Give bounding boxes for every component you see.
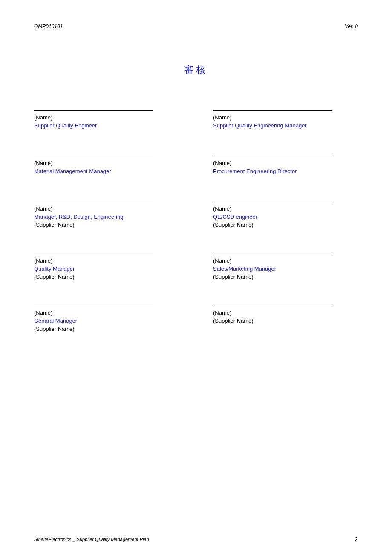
signature-block-rd-manager: (Name) Manager, R&D, Design, Engineering… (34, 202, 196, 254)
sig-role-pe-director: Procurement Engineering Director (213, 168, 358, 174)
signature-line (213, 202, 332, 202)
sig-supplier-rd-manager: (Supplier Name) (34, 222, 183, 228)
signature-block-sqe-manager: (Name) Supplier Quality Engineering Mana… (196, 110, 358, 156)
signature-line (213, 156, 332, 156)
signature-block-general-mgr: (Name) Genaral Manager (Supplier Name) (34, 306, 196, 358)
signature-block-empty: (Name) (Supplier Name) (196, 306, 358, 358)
signature-block-quality-mgr: (Name) Quality Manager (Supplier Name) (34, 254, 196, 306)
doc-id: QMP010101 (34, 23, 63, 29)
sig-supplier-qe-csd: (Supplier Name) (213, 222, 358, 228)
signature-block-sq-engineer: (Name) Supplier Quality Engineer (34, 110, 196, 156)
page-footer: SinaiteElectronics _ Supplier Quality Ma… (34, 536, 358, 542)
signature-block-qe-csd: (Name) QE/CSD engineer (Supplier Name) (196, 202, 358, 254)
name-label: (Name) (34, 257, 183, 264)
page-title: 審核 (34, 64, 358, 76)
signature-block-material-mgr: (Name) Material Management Manager (34, 156, 196, 202)
signature-line (34, 156, 153, 156)
sig-supplier-quality-mgr: (Supplier Name) (34, 274, 183, 280)
name-label: (Name) (213, 205, 358, 212)
signature-block-pe-director: (Name) Procurement Engineering Director (196, 156, 358, 202)
sig-supplier-general-mgr: (Supplier Name) (34, 326, 183, 332)
signature-line (34, 202, 153, 202)
name-label: (Name) (34, 160, 183, 166)
version: Ver. 0 (345, 23, 358, 29)
sig-supplier-empty: (Supplier Name) (213, 318, 358, 324)
sig-supplier-sales-mgr: (Supplier Name) (213, 274, 358, 280)
name-label: (Name) (213, 309, 358, 316)
signature-line (34, 306, 153, 306)
name-label: (Name) (34, 309, 183, 316)
name-label: (Name) (213, 160, 358, 166)
name-label: (Name) (213, 114, 358, 121)
signature-block-sales-mgr: (Name) Sales/Marketing Manager (Supplier… (196, 254, 358, 306)
sig-role-sales-mgr: Sales/Marketing Manager (213, 266, 358, 272)
signature-line (213, 110, 332, 111)
sig-role-sqe-manager: Supplier Quality Engineering Manager (213, 122, 358, 129)
sig-role-rd-manager: Manager, R&D, Design, Engineering (34, 214, 183, 220)
footer-page: 2 (355, 536, 358, 542)
page-header: QMP010101 Ver. 0 (34, 23, 358, 29)
name-label: (Name) (213, 257, 358, 264)
signatures-grid: (Name) Supplier Quality Engineer (Name) … (34, 110, 358, 358)
sig-role-material-mgr: Material Management Manager (34, 168, 183, 174)
signature-line (213, 306, 332, 306)
name-label: (Name) (34, 114, 183, 121)
sig-role-qe-csd: QE/CSD engineer (213, 214, 358, 220)
sig-role-sq-engineer: Supplier Quality Engineer (34, 122, 183, 129)
signature-line (34, 254, 153, 254)
sig-role-general-mgr: Genaral Manager (34, 318, 183, 324)
name-label: (Name) (34, 205, 183, 212)
signature-line (34, 110, 153, 111)
sig-role-quality-mgr: Quality Manager (34, 266, 183, 272)
footer-text: SinaiteElectronics _ Supplier Quality Ma… (34, 537, 149, 542)
signature-line (213, 254, 332, 254)
page: QMP010101 Ver. 0 審核 (Name) Supplier Qual… (0, 0, 392, 555)
